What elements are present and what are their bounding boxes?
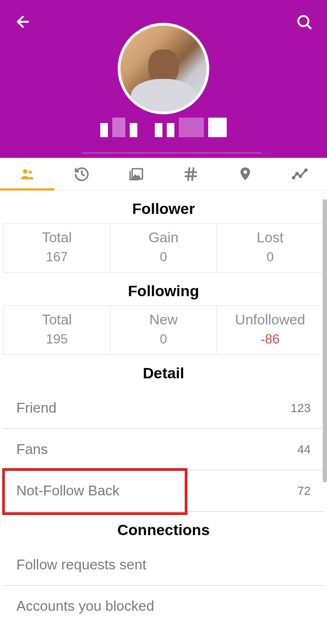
- detail-label: Accounts you blocked: [16, 598, 154, 615]
- tab-activity[interactable]: [272, 158, 327, 190]
- section-title-detail: Detail: [0, 355, 327, 388]
- detail-label: Not-Follow Back: [16, 482, 119, 499]
- scrollbar[interactable]: [323, 199, 327, 482]
- svg-point-11: [296, 173, 298, 174]
- svg-line-2: [307, 25, 311, 28]
- svg-point-12: [300, 175, 301, 177]
- detail-fans[interactable]: Fans 44: [3, 429, 324, 470]
- follower-stats: Total 167 Gain 0 Lost 0: [3, 223, 324, 273]
- detail-value: 123: [290, 401, 311, 415]
- follower-lost[interactable]: Lost 0: [217, 224, 323, 272]
- tab-hashtag[interactable]: [164, 158, 218, 190]
- tab-people[interactable]: [0, 158, 55, 190]
- stat-value: 0: [217, 249, 323, 265]
- tab-media[interactable]: [109, 158, 164, 190]
- follower-total[interactable]: Total 167: [4, 224, 111, 272]
- tab-history[interactable]: [55, 158, 109, 190]
- tab-location[interactable]: [218, 158, 272, 190]
- svg-line-9: [192, 168, 194, 180]
- following-unfollowed[interactable]: Unfollowed -86: [217, 306, 323, 354]
- svg-line-8: [188, 168, 190, 180]
- stat-label: Lost: [217, 229, 323, 246]
- detail-not-follow-back[interactable]: Not-Follow Back 72: [3, 470, 324, 512]
- stat-value: 195: [4, 332, 110, 347]
- back-icon[interactable]: [14, 13, 32, 33]
- svg-point-3: [23, 169, 27, 174]
- detail-value: 44: [298, 443, 311, 457]
- stat-label: Total: [4, 311, 110, 328]
- profile-header: [0, 0, 327, 158]
- section-title-follower: Follower: [0, 191, 327, 223]
- svg-point-4: [29, 170, 32, 174]
- follower-gain[interactable]: Gain 0: [111, 224, 217, 272]
- following-total[interactable]: Total 195: [4, 306, 111, 354]
- detail-friend[interactable]: Friend 123: [3, 388, 324, 429]
- section-title-following: Following: [0, 273, 327, 305]
- detail-value: 72: [298, 484, 311, 498]
- search-icon[interactable]: [295, 13, 313, 33]
- following-stats: Total 195 New 0 Unfollowed -86: [3, 305, 324, 355]
- tab-bar: [0, 158, 327, 191]
- section-title-connections: Connections: [0, 512, 327, 544]
- stat-label: Unfollowed: [217, 311, 323, 328]
- detail-label: Fans: [16, 441, 48, 458]
- username-obscured: [100, 118, 227, 137]
- svg-point-13: [305, 169, 307, 170]
- following-new[interactable]: New 0: [111, 306, 217, 354]
- stat-label: New: [111, 311, 217, 328]
- stat-label: Total: [4, 229, 110, 246]
- connections-follow-requests[interactable]: Follow requests sent: [3, 544, 324, 586]
- stat-value: -86: [217, 332, 323, 347]
- detail-label: Follow requests sent: [16, 556, 146, 573]
- stat-label: Gain: [111, 229, 217, 246]
- detail-label: Friend: [16, 400, 57, 416]
- stat-value: 167: [4, 249, 110, 265]
- connections-blocked[interactable]: Accounts you blocked: [3, 586, 324, 627]
- header-underline: [82, 152, 262, 154]
- avatar[interactable]: [118, 23, 209, 114]
- stat-value: 0: [111, 332, 217, 347]
- stat-value: 0: [111, 249, 217, 265]
- svg-point-10: [293, 176, 294, 178]
